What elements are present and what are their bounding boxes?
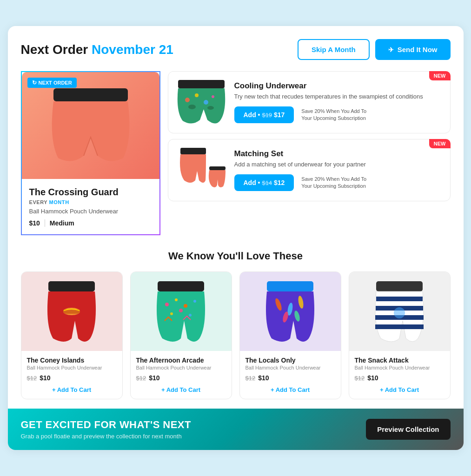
- recommendations-grid: The Coney Islands Ball Hammock Pouch Und…: [21, 271, 451, 399]
- addon-cooling-title: Cooling Underwear: [234, 81, 443, 91]
- svg-rect-10: [48, 281, 95, 291]
- coney-image: [21, 272, 122, 351]
- svg-rect-1: [178, 80, 225, 88]
- cooling-original-price: $19: [262, 112, 272, 119]
- svg-point-17: [193, 300, 196, 303]
- next-order-product-image: [22, 72, 159, 179]
- matching-underwear-svg: [176, 147, 227, 193]
- snack-new-price: $10: [367, 374, 378, 382]
- banner-text: GET EXCITED FOR WHAT'S NEXT Grab a pool …: [21, 419, 191, 440]
- coney-old-price: $12: [27, 375, 37, 382]
- svg-point-20: [189, 314, 192, 317]
- addon-card-matching: NEW Matching Set Add a matching set of u…: [168, 139, 451, 201]
- arcade-prices: $12 $10: [136, 374, 226, 382]
- cooling-underwear-svg: [176, 79, 227, 126]
- recommendations-title: We Know You'll Love These: [21, 250, 451, 262]
- locals-type: Ball Hammock Pouch Underwear: [245, 365, 335, 370]
- addon-cooling-details: Cooling Underwear Try new tech that recu…: [234, 81, 443, 123]
- send-icon: ✈: [388, 46, 394, 53]
- svg-point-4: [204, 100, 208, 105]
- arcade-svg: [151, 279, 211, 344]
- coney-type: Ball Hammock Pouch Underwear: [27, 365, 117, 370]
- rec-card-locals: The Locals Only Ball Hammock Pouch Under…: [239, 271, 341, 399]
- locals-info: The Locals Only Ball Hammock Pouch Under…: [240, 351, 341, 399]
- snack-name: The Snack Attack: [355, 357, 444, 364]
- locals-old-price: $12: [245, 375, 256, 382]
- recommendations-section: We Know You'll Love These The Coney Isla…: [21, 250, 451, 399]
- add-locals-button[interactable]: + Add To Cart: [245, 386, 335, 393]
- addon-matching-details: Matching Set Add a matching set of under…: [234, 149, 443, 191]
- svg-rect-9: [209, 166, 226, 170]
- arcade-image: [131, 272, 232, 351]
- addon-cooling-desc: Try new tech that recudes temperatures i…: [234, 93, 443, 101]
- skip-month-button[interactable]: Skip A Month: [298, 39, 370, 60]
- header: Next Order November 21 Skip A Month ✈ Se…: [21, 39, 451, 60]
- matching-original-price: $14: [262, 179, 272, 186]
- coney-new-price: $10: [40, 374, 50, 382]
- coney-svg: [41, 279, 102, 344]
- svg-point-2: [185, 98, 190, 102]
- send-label: Send It Now: [398, 46, 438, 53]
- new-badge: NEW: [429, 71, 451, 80]
- arcade-info: The Afternoon Arcade Ball Hammock Pouch …: [131, 351, 232, 399]
- svg-point-7: [207, 106, 214, 110]
- svg-rect-13: [158, 281, 204, 291]
- rec-card-snack: The Snack Attack Ball Hammock Pouch Unde…: [349, 271, 451, 399]
- add-arcade-button[interactable]: + Add To Cart: [136, 386, 226, 393]
- frequency: EVERY MONTH: [29, 199, 152, 205]
- locals-name: The Locals Only: [245, 357, 335, 364]
- cooling-save-text: Save 20% When You Add To Your Upcoming S…: [301, 108, 376, 122]
- svg-point-3: [195, 93, 199, 97]
- title-date: November 21: [92, 42, 173, 57]
- price-size: $10 Medium: [29, 219, 152, 227]
- matching-save-text: Save 20% When You Add To Your Upcoming S…: [301, 176, 376, 190]
- next-order-card: ↻ NEXT ORDER The Crossing Guard EVERY: [21, 71, 160, 235]
- svg-rect-21: [267, 281, 313, 291]
- freq-label: EVERY: [29, 199, 47, 205]
- next-order-card-info: The Crossing Guard EVERY MONTH Ball Hamm…: [22, 179, 159, 234]
- product-size: Medium: [50, 219, 74, 227]
- addon-cards: NEW Cooling Underwear: [168, 71, 451, 235]
- rec-card-arcade: The Afternoon Arcade Ball Hammock Pouch …: [130, 271, 232, 399]
- locals-image: [240, 272, 341, 351]
- refresh-icon: ↻: [32, 79, 37, 86]
- banner-subtitle: Grab a pool floatie and preview the coll…: [21, 433, 191, 440]
- freq-accent: MONTH: [49, 199, 69, 205]
- svg-point-19: [179, 309, 183, 312]
- add-coney-button[interactable]: + Add To Cart: [27, 386, 117, 393]
- svg-point-5: [212, 95, 214, 98]
- coney-name: The Coney Islands: [27, 357, 117, 364]
- svg-rect-8: [180, 148, 206, 154]
- arcade-new-price: $10: [149, 374, 159, 382]
- arcade-old-price: $12: [136, 375, 146, 382]
- snack-old-price: $12: [355, 375, 365, 382]
- header-actions: Skip A Month ✈ Send It Now: [298, 39, 451, 60]
- addon-cooling-image: [176, 79, 227, 126]
- coney-prices: $12 $10: [27, 374, 117, 382]
- product-type: Ball Hammock Pouch Underwear: [29, 208, 152, 215]
- addon-card-cooling: NEW Cooling Underwear: [168, 71, 451, 133]
- preview-collection-button[interactable]: Preview Collection: [366, 419, 450, 440]
- locals-prices: $12 $10: [245, 374, 335, 382]
- add-matching-button[interactable]: Add • $14 $12: [234, 174, 294, 191]
- snack-svg: [369, 279, 430, 344]
- addon-matching-desc: Add a matching set of underwear for your…: [234, 160, 443, 169]
- add-snack-button[interactable]: + Add To Cart: [355, 386, 444, 393]
- addon-matching-actions: Add • $14 $12 Save 20% When You Add To Y…: [234, 174, 443, 191]
- addon-matching-title: Matching Set: [234, 149, 443, 159]
- product-name: The Crossing Guard: [29, 186, 152, 198]
- coral-underwear-svg: [44, 84, 137, 167]
- new-badge-matching: NEW: [429, 139, 451, 148]
- arcade-type: Ball Hammock Pouch Underwear: [136, 365, 226, 370]
- product-price: $10: [29, 219, 40, 227]
- rec-card-coney: The Coney Islands Ball Hammock Pouch Und…: [21, 271, 123, 399]
- svg-point-18: [170, 312, 173, 315]
- send-now-button[interactable]: ✈ Send It Now: [375, 39, 451, 60]
- addon-cooling-actions: Add • $19 $17 Save 20% When You Add To Y…: [234, 106, 443, 123]
- locals-new-price: $10: [258, 374, 269, 382]
- snack-type: Ball Hammock Pouch Underwear: [355, 365, 444, 370]
- title-prefix: Next Order: [21, 42, 88, 57]
- add-cooling-button[interactable]: Add • $19 $17: [234, 106, 294, 123]
- divider: [45, 219, 45, 227]
- matching-sale-price: $12: [274, 179, 285, 186]
